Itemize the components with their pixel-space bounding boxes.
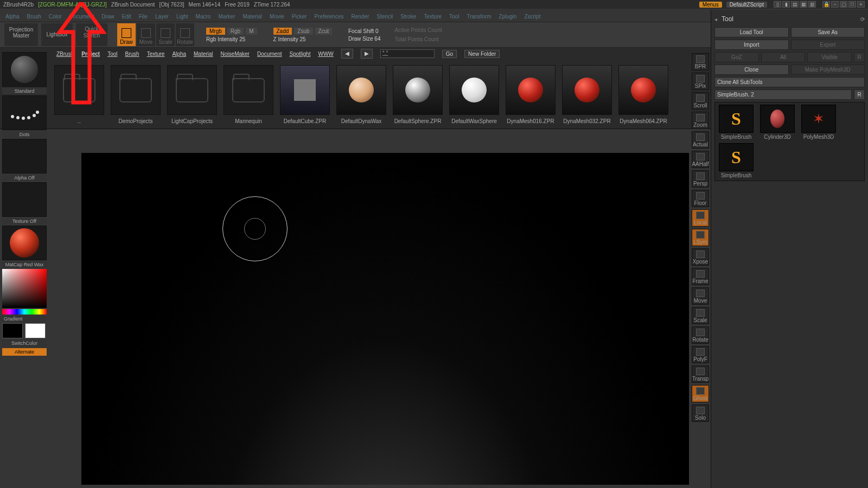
chevron-left-icon[interactable]: ◂ [714, 16, 717, 22]
save-as-button[interactable]: Save As [791, 27, 865, 37]
lightbox-tab-brush[interactable]: Brush [125, 51, 139, 57]
menu-transform[interactable]: Transform [467, 14, 491, 20]
lightbox-path-field[interactable]: *.* [380, 49, 435, 58]
nav-rotate-button[interactable]: Rotate [692, 326, 709, 344]
menu-draw[interactable]: Draw [101, 14, 114, 20]
nav-frame-button[interactable]: Frame [692, 268, 709, 285]
menu-render[interactable]: Render [352, 14, 369, 20]
nav-transp-button[interactable]: Transp [692, 365, 709, 383]
layout-5-icon[interactable]: ▥ [808, 1, 816, 8]
nav-persp-button[interactable]: Persp [692, 170, 709, 188]
tool-item[interactable]: SSimpleBrush [717, 105, 755, 140]
gradient-label[interactable]: Gradient [2, 316, 47, 322]
goz-button[interactable]: GoZ [714, 52, 759, 62]
nav-scroll-button[interactable]: Scroll [692, 92, 709, 110]
menu-material[interactable]: Material [243, 14, 263, 20]
nav-solo-button[interactable]: Solo [692, 404, 709, 422]
nav-move-button[interactable]: Move [692, 287, 709, 305]
close-icon[interactable]: × [857, 1, 865, 8]
menu-light[interactable]: Light [176, 14, 188, 20]
menu-alpha[interactable]: Alpha [5, 14, 20, 20]
lightbox-prev-icon[interactable]: ◀ [341, 49, 353, 59]
material-swatch[interactable] [2, 226, 47, 260]
menu-stencil[interactable]: Stencil [376, 14, 393, 20]
m-button[interactable]: M [246, 28, 257, 35]
lightbox-item[interactable]: DynaMesh032.ZPR [562, 65, 612, 124]
clone-all-subtools-button[interactable]: Clone All SubTools [714, 77, 865, 87]
focal-shift-slider[interactable]: Focal Shift 0 [348, 28, 380, 34]
lightbox-item[interactable]: Mannequin [224, 65, 273, 124]
lightbox-tab-spotlight[interactable]: Spotlight [290, 51, 311, 57]
goz-r-button[interactable]: R [854, 52, 865, 62]
scale-mode-button[interactable]: Scale [156, 23, 175, 46]
layout-4-icon[interactable]: ▦ [800, 1, 807, 8]
lightbox-item[interactable]: DemoProjects [111, 65, 161, 124]
current-tool-label[interactable]: SimpleBrush. 2 [714, 89, 852, 100]
zcut-button[interactable]: Zcut [315, 28, 332, 35]
nav-ghost-button[interactable]: Ghost [692, 385, 709, 402]
hue-strip[interactable] [2, 309, 47, 314]
menu-edit[interactable]: Edit [122, 14, 131, 20]
menu-zplugin[interactable]: Zplugin [499, 14, 517, 20]
zadd-button[interactable]: Zadd [273, 28, 292, 35]
menu-zscript[interactable]: Zscript [524, 14, 540, 20]
lightbox-tab-texture[interactable]: Texture [147, 51, 165, 57]
restore-icon[interactable]: ▢ [840, 1, 847, 8]
menus-button[interactable]: Menus [699, 2, 722, 8]
lightbox-next-icon[interactable]: ▶ [361, 49, 373, 59]
nav-lsym-button[interactable]: LSym [692, 229, 709, 246]
move-mode-button[interactable]: Move [137, 23, 155, 46]
menu-layer[interactable]: Layer [155, 14, 169, 20]
tool-item[interactable]: ✶PolyMesh3D [800, 105, 838, 140]
lightbox-item[interactable]: LightCapProjects [167, 65, 217, 124]
lightbox-tab-zbrush[interactable]: ZBrush [56, 51, 74, 57]
black-swatch[interactable] [2, 323, 23, 338]
layout-3-icon[interactable]: ▤ [791, 1, 799, 8]
lightbox-item[interactable]: DefaultWaxSphere [449, 65, 499, 124]
load-tool-button[interactable]: Load Tool [714, 27, 789, 37]
alpha-swatch[interactable] [2, 139, 47, 174]
nav-spix-button[interactable]: SPix [692, 73, 709, 90]
lightbox-tab-www[interactable]: WWW [318, 51, 333, 57]
menu-color[interactable]: Color [49, 14, 62, 20]
lightbox-tab-material[interactable]: Material [194, 51, 213, 57]
nav-actual-button[interactable]: Actual [692, 131, 709, 149]
lightbox-go-button[interactable]: Go [442, 50, 457, 58]
clone-button[interactable]: Clone [714, 65, 789, 75]
menu-tool[interactable]: Tool [449, 14, 459, 20]
switchcolor-button[interactable]: SwitchColor [2, 339, 47, 347]
collapse-icon[interactable]: ⟳ [860, 16, 865, 22]
menu-brush[interactable]: Brush [27, 14, 41, 20]
quicksketch-button[interactable]: Quick Sketch [76, 23, 107, 46]
rgb-button[interactable]: Rgb [227, 28, 244, 35]
menu-document[interactable]: Document [69, 14, 94, 20]
menu-macro[interactable]: Macro [196, 14, 211, 20]
maximize-icon[interactable]: □ [848, 1, 856, 8]
lightbox-tab-tool[interactable]: Tool [107, 51, 117, 57]
projection-master-button[interactable]: Projection Master [4, 23, 38, 46]
lightbox-item[interactable]: DefaultCube.ZPR [280, 65, 330, 124]
lightbox-tab-project[interactable]: Project [81, 51, 100, 57]
menu-stroke[interactable]: Stroke [400, 14, 416, 20]
rotate-mode-button[interactable]: Rotate [176, 23, 194, 46]
lightbox-tab-alpha[interactable]: Alpha [172, 51, 186, 57]
lightbox-item[interactable]: DynaMesh064.ZPR [618, 65, 668, 124]
zsub-button[interactable]: Zsub [294, 28, 312, 35]
minimize-icon[interactable]: − [831, 1, 839, 8]
canvas-viewport[interactable] [81, 153, 689, 485]
layout-2-icon[interactable]: ▮ [782, 1, 790, 8]
white-swatch[interactable] [25, 323, 46, 338]
lightbox-item[interactable]: DefaultDynaWax [336, 65, 386, 124]
alternate-button[interactable]: Alternate [2, 348, 47, 356]
goz-visible-button[interactable]: Visible [807, 52, 852, 62]
default-zscript-button[interactable]: DefaultZScript [726, 2, 767, 8]
z-intensity-slider[interactable]: Z Intensity 25 [273, 36, 332, 42]
draw-mode-button[interactable]: Draw [117, 23, 136, 46]
lightbox-item[interactable]: DynaMesh016.ZPR [506, 65, 556, 124]
menu-picker[interactable]: Picker [292, 14, 307, 20]
nav-local-button[interactable]: Local [692, 209, 709, 227]
nav-floor-button[interactable]: Floor [692, 190, 709, 207]
draw-size-slider[interactable]: Draw Size 64 [348, 36, 380, 42]
stroke-swatch[interactable] [2, 95, 47, 130]
menu-file[interactable]: File [139, 14, 148, 20]
